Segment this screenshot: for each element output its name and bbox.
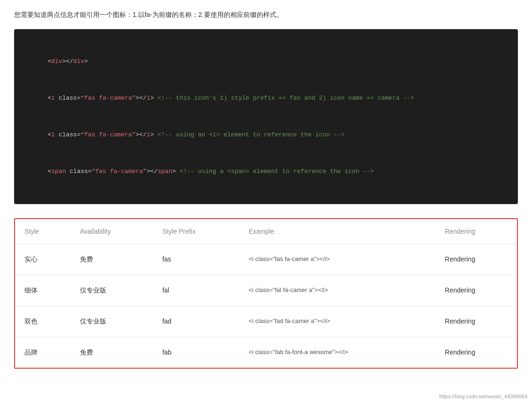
styles-table: Style Availability Style Prefix Example … [15,219,517,368]
header-rendering: Rendering [436,219,517,244]
cell-style: 实心 [15,244,70,275]
code-line-4: <span class=“fas fa-camera”></span> <!--… [33,153,499,190]
table-row: 双色仅专业版fad<i class="fad fa-camer a"></i>R… [15,306,517,337]
header-example: Example [239,219,436,244]
cell-example: <i class="fab fa-font-a wesome"></i> [239,337,436,368]
cell-availability: 免费 [70,244,153,275]
cell-prefix: fas [153,244,239,275]
code-line-3: <i class=“fas fa-camera”></i> <!-- using… [33,117,499,153]
table-row: 实心免费fas<i class="fas fa-camer a"></i>Ren… [15,244,517,275]
header-style-prefix: Style Prefix [153,219,239,244]
cell-style: 双色 [15,306,70,337]
cell-rendering: Rendering [436,306,517,337]
cell-style: 品牌 [15,337,70,368]
cell-prefix: fad [153,306,239,337]
cell-style: 细体 [15,275,70,306]
cell-rendering: Rendering [436,244,517,275]
cell-rendering: Rendering [436,337,517,368]
intro-text: 您需要知道两点信息才能引用一个图标：1.以fa-为前缀的名称；2.要使用的相应前… [14,9,518,20]
watermark: https://blog.csdn.net/weixin_44384664 [439,394,527,399]
table-container: Style Availability Style Prefix Example … [14,218,518,369]
cell-example: <i class="fas fa-camer a"></i> [239,244,436,275]
cell-rendering: Rendering [436,275,517,306]
cell-prefix: fab [153,337,239,368]
cell-prefix: fal [153,275,239,306]
table-row: 品牌免费fab<i class="fab fa-font-a wesome"><… [15,337,517,368]
code-line-1: <div></div> [33,43,499,80]
cell-availability: 免费 [70,337,153,368]
code-line-2: <i class=“fas fa-camera”></i> <!-- this … [33,80,499,117]
code-block: <div></div> <i class=“fas fa-camera”></i… [14,29,518,204]
cell-example: <i class="fal fa-camer a"></i> [239,275,436,306]
cell-example: <i class="fad fa-camer a"></i> [239,306,436,337]
header-availability: Availability [70,219,153,244]
header-style: Style [15,219,70,244]
cell-availability: 仅专业版 [70,306,153,337]
cell-availability: 仅专业版 [70,275,153,306]
table-row: 细体仅专业版fal<i class="fal fa-camer a"></i>R… [15,275,517,306]
table-header-row: Style Availability Style Prefix Example … [15,219,517,244]
